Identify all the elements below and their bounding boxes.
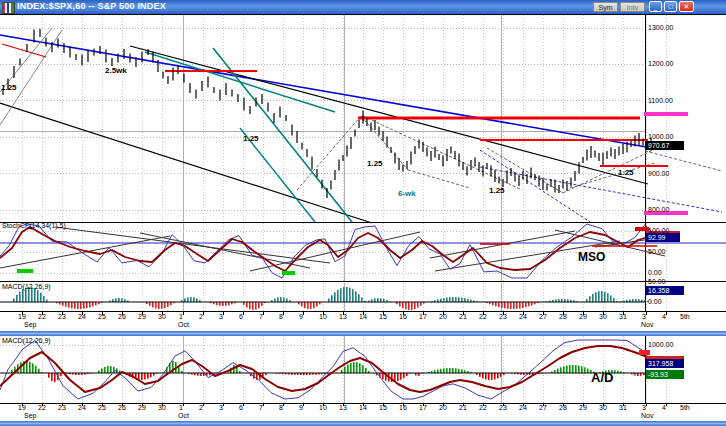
chart-annotation: 6-wk bbox=[398, 189, 416, 198]
date-tick-label: 27 bbox=[539, 313, 547, 320]
chart-canvas[interactable] bbox=[0, 0, 726, 426]
date-tick-label: 17 bbox=[419, 313, 427, 320]
chart-annotation: 1.25 bbox=[1, 83, 17, 92]
date-tick-label: 1 bbox=[179, 313, 183, 320]
date-tick-label: 19 bbox=[18, 404, 26, 411]
price-scale-label: 800.00 bbox=[648, 206, 669, 213]
macd-scale-label: 50.00 bbox=[648, 278, 666, 285]
date-tick-label: 15 bbox=[379, 404, 387, 411]
mso-scale-label: 0.00 bbox=[648, 269, 662, 276]
date-tick-label: 24 bbox=[78, 313, 86, 320]
date-tick-label: 21 bbox=[459, 313, 467, 320]
date-tick-label: 23 bbox=[58, 404, 66, 411]
minimize-button[interactable]: _ bbox=[649, 1, 662, 12]
date-tick-label: 30 bbox=[158, 313, 166, 320]
date-tick-label: 3 bbox=[642, 404, 646, 411]
month-label: Oct bbox=[178, 412, 189, 419]
date-tick-label: 3 bbox=[642, 313, 646, 320]
date-tick-label: 4 bbox=[662, 404, 666, 411]
mso-annotation: MSO bbox=[578, 250, 605, 264]
chart-annotation: 1.25 bbox=[618, 168, 634, 177]
date-tick-label: 22 bbox=[38, 313, 46, 320]
gridlines bbox=[0, 15, 666, 403]
maximize-button[interactable]: □ bbox=[664, 1, 677, 12]
macd-scale-label: 0.00 bbox=[648, 298, 662, 305]
date-tick-label: 21 bbox=[459, 404, 467, 411]
date-tick-label: 2 bbox=[199, 313, 203, 320]
last-price-box: 970.67 bbox=[646, 141, 684, 150]
window-title: INDEX:$SPX,60 -- S&P 500 INDEX bbox=[17, 1, 166, 11]
date-tick-label: 31 bbox=[619, 313, 627, 320]
date-tick-label: 24 bbox=[519, 404, 527, 411]
date-tick-label: 20 bbox=[439, 313, 447, 320]
month-label: Oct bbox=[178, 321, 189, 328]
chart-annotation: 1.25 bbox=[243, 134, 259, 143]
date-tick-label: 25 bbox=[98, 313, 106, 320]
price-scale-label: 1000.00 bbox=[648, 133, 673, 140]
chart-annotation: 1.25 bbox=[489, 186, 505, 195]
date-tick-label: 29 bbox=[138, 313, 146, 320]
month-label: Nov bbox=[641, 321, 653, 328]
date-tick-label: 23 bbox=[499, 404, 507, 411]
price-scale-label: 1300.00 bbox=[648, 24, 673, 31]
lower-macd-value-box: 317.958 bbox=[646, 359, 684, 368]
date-tick-label: 10 bbox=[319, 313, 327, 320]
date-tick-label: 7 bbox=[259, 404, 263, 411]
date-tick-label: 9 bbox=[299, 313, 303, 320]
date-tick-label: 29 bbox=[579, 313, 587, 320]
date-tick-label: 4 bbox=[662, 313, 666, 320]
lower-scale-label: 1000.00 bbox=[648, 341, 673, 348]
price-scale-label: 1100.00 bbox=[648, 97, 673, 104]
date-tick-label: 22 bbox=[38, 404, 46, 411]
date-tick-label: 30 bbox=[158, 404, 166, 411]
date-tick-label: 24 bbox=[78, 404, 86, 411]
date-tick-label: 9 bbox=[299, 404, 303, 411]
date-tick-label: 27 bbox=[539, 404, 547, 411]
date-tick-label: 26 bbox=[118, 313, 126, 320]
macd-lower-indicator-label: MACD(12,26,9) bbox=[2, 337, 51, 344]
title-bar[interactable]: INDEX:$SPX,60 -- S&P 500 INDEX Sym Intv … bbox=[0, 0, 726, 14]
date-tick-label: 13 bbox=[339, 313, 347, 320]
end-date-label: 5th bbox=[680, 404, 690, 411]
date-tick-label: 8 bbox=[279, 313, 283, 320]
date-tick-label: 30 bbox=[599, 404, 607, 411]
date-tick-label: 23 bbox=[499, 313, 507, 320]
month-label: Sep bbox=[24, 412, 36, 419]
macd-value-box: 16.358 bbox=[646, 286, 684, 295]
ad-annotation: A/D bbox=[591, 370, 613, 385]
date-tick-label: 17 bbox=[419, 404, 427, 411]
price-trendlines bbox=[0, 28, 722, 223]
app-icon bbox=[2, 2, 15, 14]
date-tick-label: 25 bbox=[98, 404, 106, 411]
date-tick-label: 28 bbox=[559, 404, 567, 411]
date-tick-label: 1 bbox=[179, 404, 183, 411]
date-tick-label: 10 bbox=[319, 404, 327, 411]
window-separator-bar[interactable] bbox=[0, 330, 726, 336]
lower-macd-ad bbox=[0, 340, 652, 399]
date-tick-label: 23 bbox=[58, 313, 66, 320]
date-tick-label: 14 bbox=[359, 313, 367, 320]
date-tick-label: 28 bbox=[559, 313, 567, 320]
macd-hist-indicator-label: MACD(12,26,9) bbox=[2, 283, 51, 290]
date-tick-label: 29 bbox=[579, 404, 587, 411]
date-tick-label: 22 bbox=[479, 404, 487, 411]
date-tick-label: 6 bbox=[239, 404, 243, 411]
date-tick-label: 24 bbox=[519, 313, 527, 320]
intv-button[interactable]: Intv bbox=[620, 2, 645, 12]
date-tick-label: 6 bbox=[239, 313, 243, 320]
close-button[interactable]: ✕ bbox=[679, 1, 694, 12]
date-tick-label: 3 bbox=[219, 313, 223, 320]
date-tick-label: 7 bbox=[259, 313, 263, 320]
date-tick-label: 20 bbox=[439, 404, 447, 411]
sym-button[interactable]: Sym bbox=[593, 2, 618, 12]
date-tick-label: 14 bbox=[359, 404, 367, 411]
date-tick-label: 19 bbox=[18, 313, 26, 320]
date-tick-label: 13 bbox=[339, 404, 347, 411]
date-tick-label: 22 bbox=[479, 313, 487, 320]
date-tick-label: 8 bbox=[279, 404, 283, 411]
date-tick-label: 16 bbox=[399, 313, 407, 320]
bottom-window-edge-bar[interactable] bbox=[0, 420, 726, 426]
date-tick-label: 16 bbox=[399, 404, 407, 411]
date-tick-label: 2 bbox=[199, 404, 203, 411]
date-tick-label: 30 bbox=[599, 313, 607, 320]
